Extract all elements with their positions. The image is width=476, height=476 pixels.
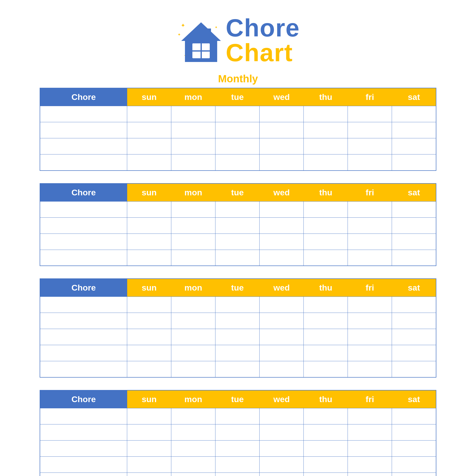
fri-cell[interactable] [348, 473, 392, 476]
chore-cell[interactable] [40, 297, 127, 313]
thu-cell[interactable] [304, 138, 348, 154]
sun-cell[interactable] [127, 234, 171, 250]
thu-cell[interactable] [304, 217, 348, 234]
thu-cell[interactable] [304, 345, 348, 361]
fri-cell[interactable] [348, 201, 392, 217]
fri-cell[interactable] [348, 361, 392, 377]
sun-cell[interactable] [127, 424, 171, 440]
sat-cell[interactable] [392, 313, 436, 329]
wed-cell[interactable] [260, 217, 304, 234]
sun-cell[interactable] [127, 201, 171, 217]
thu-cell[interactable] [304, 201, 348, 217]
sat-cell[interactable] [392, 408, 436, 424]
chore-cell[interactable] [40, 122, 127, 138]
tue-cell[interactable] [215, 138, 260, 154]
thu-cell[interactable] [304, 440, 348, 456]
tue-cell[interactable] [215, 440, 260, 456]
sun-cell[interactable] [127, 473, 171, 476]
chore-cell[interactable] [40, 217, 127, 234]
tue-cell[interactable] [215, 329, 260, 345]
chore-cell[interactable] [40, 440, 127, 456]
mon-cell[interactable] [171, 329, 215, 345]
fri-cell[interactable] [348, 424, 392, 440]
wed-cell[interactable] [260, 154, 304, 171]
mon-cell[interactable] [171, 408, 215, 424]
fri-cell[interactable] [348, 106, 392, 122]
sat-cell[interactable] [392, 329, 436, 345]
chore-cell[interactable] [40, 361, 127, 377]
thu-cell[interactable] [304, 329, 348, 345]
wed-cell[interactable] [260, 106, 304, 122]
chore-cell[interactable] [40, 250, 127, 266]
sun-cell[interactable] [127, 361, 171, 377]
thu-cell[interactable] [304, 456, 348, 473]
tue-cell[interactable] [215, 250, 260, 266]
tue-cell[interactable] [215, 361, 260, 377]
sat-cell[interactable] [392, 424, 436, 440]
chore-cell[interactable] [40, 313, 127, 329]
chore-cell[interactable] [40, 456, 127, 473]
sun-cell[interactable] [127, 154, 171, 171]
wed-cell[interactable] [260, 138, 304, 154]
chore-cell[interactable] [40, 138, 127, 154]
fri-cell[interactable] [348, 313, 392, 329]
mon-cell[interactable] [171, 106, 215, 122]
thu-cell[interactable] [304, 297, 348, 313]
sat-cell[interactable] [392, 473, 436, 476]
mon-cell[interactable] [171, 250, 215, 266]
tue-cell[interactable] [215, 201, 260, 217]
chore-cell[interactable] [40, 154, 127, 171]
wed-cell[interactable] [260, 329, 304, 345]
sat-cell[interactable] [392, 106, 436, 122]
thu-cell[interactable] [304, 234, 348, 250]
sat-cell[interactable] [392, 154, 436, 171]
wed-cell[interactable] [260, 361, 304, 377]
chore-cell[interactable] [40, 329, 127, 345]
thu-cell[interactable] [304, 408, 348, 424]
thu-cell[interactable] [304, 154, 348, 171]
thu-cell[interactable] [304, 106, 348, 122]
chore-cell[interactable] [40, 345, 127, 361]
fri-cell[interactable] [348, 408, 392, 424]
wed-cell[interactable] [260, 440, 304, 456]
mon-cell[interactable] [171, 138, 215, 154]
fri-cell[interactable] [348, 456, 392, 473]
fri-cell[interactable] [348, 250, 392, 266]
mon-cell[interactable] [171, 361, 215, 377]
wed-cell[interactable] [260, 473, 304, 476]
sat-cell[interactable] [392, 201, 436, 217]
mon-cell[interactable] [171, 456, 215, 473]
mon-cell[interactable] [171, 297, 215, 313]
sun-cell[interactable] [127, 313, 171, 329]
mon-cell[interactable] [171, 234, 215, 250]
tue-cell[interactable] [215, 297, 260, 313]
wed-cell[interactable] [260, 313, 304, 329]
tue-cell[interactable] [215, 154, 260, 171]
sun-cell[interactable] [127, 297, 171, 313]
wed-cell[interactable] [260, 345, 304, 361]
mon-cell[interactable] [171, 217, 215, 234]
thu-cell[interactable] [304, 473, 348, 476]
sat-cell[interactable] [392, 122, 436, 138]
tue-cell[interactable] [215, 456, 260, 473]
sat-cell[interactable] [392, 361, 436, 377]
fri-cell[interactable] [348, 440, 392, 456]
thu-cell[interactable] [304, 122, 348, 138]
sat-cell[interactable] [392, 217, 436, 234]
mon-cell[interactable] [171, 313, 215, 329]
thu-cell[interactable] [304, 424, 348, 440]
fri-cell[interactable] [348, 154, 392, 171]
sun-cell[interactable] [127, 138, 171, 154]
sun-cell[interactable] [127, 440, 171, 456]
sun-cell[interactable] [127, 408, 171, 424]
sat-cell[interactable] [392, 345, 436, 361]
sun-cell[interactable] [127, 217, 171, 234]
wed-cell[interactable] [260, 456, 304, 473]
tue-cell[interactable] [215, 122, 260, 138]
thu-cell[interactable] [304, 250, 348, 266]
sat-cell[interactable] [392, 234, 436, 250]
sun-cell[interactable] [127, 329, 171, 345]
wed-cell[interactable] [260, 201, 304, 217]
wed-cell[interactable] [260, 408, 304, 424]
mon-cell[interactable] [171, 154, 215, 171]
